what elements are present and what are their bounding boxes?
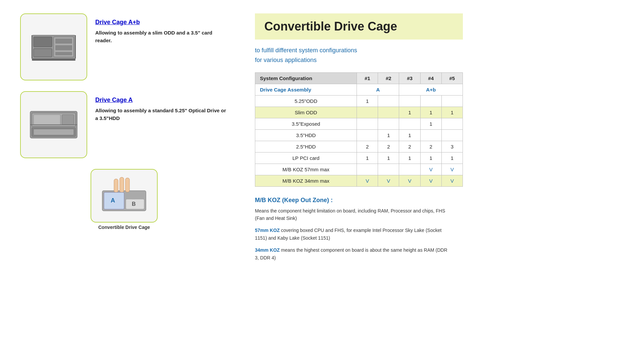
row-cell	[357, 107, 378, 118]
cage-apb-image	[29, 28, 79, 65]
svg-rect-2	[34, 49, 52, 57]
row-cell	[378, 118, 399, 129]
row-cell: 1	[420, 107, 441, 118]
row-cell	[441, 129, 463, 141]
row-cell	[378, 107, 399, 118]
svg-text:B: B	[132, 201, 136, 207]
row-cell	[357, 118, 378, 129]
assembly-apb: A+b	[399, 84, 463, 95]
col-4: #4	[420, 72, 441, 84]
table-header-row: System Configuration #1 #2 #3 #4 #5	[255, 72, 463, 84]
subtitle: to fulfill different system configuratio…	[255, 46, 624, 65]
product-desc-a: Allowing to assembly a standard 5.25" Op…	[95, 107, 228, 122]
table-row: Slim ODD111	[255, 107, 463, 118]
svg-text:A: A	[111, 197, 115, 204]
koz-57mm-text: covering boxed CPU and FHS, for example …	[255, 228, 441, 240]
product-item-a: Drive Cage A Allowing to assembly a stan…	[20, 91, 228, 158]
product-desc-apb: Allowing to assembly a slim ODD and a 3.…	[95, 29, 228, 44]
row-label: 3.5"Exposed	[255, 118, 357, 129]
col-1: #1	[357, 72, 378, 84]
row-cell: 2	[378, 141, 399, 152]
row-cell: 1	[399, 152, 420, 164]
row-cell: 1	[357, 152, 378, 164]
config-table: System Configuration #1 #2 #3 #4 #5 Driv…	[255, 72, 463, 187]
row-cell: 1	[399, 129, 420, 141]
koz-34mm-note: 34mm KOZ means the highest component on …	[255, 246, 449, 261]
svg-rect-6	[55, 52, 72, 55]
cage-a-image	[29, 106, 79, 143]
koz-34mm-label: 34mm KOZ	[255, 247, 280, 253]
row-cell: 1	[441, 107, 463, 118]
row-cell: 3	[441, 141, 463, 152]
svg-rect-5	[55, 45, 72, 50]
product-info-apb: Drive Cage A+b Allowing to assembly a sl…	[95, 13, 228, 44]
product-item-conv: A B A Convertible Drive Cage	[20, 169, 228, 230]
table-row: LP PCI card11111	[255, 152, 463, 164]
svg-rect-13	[34, 115, 60, 125]
page-title: Convertible Drive Cage	[264, 19, 453, 34]
product-info-a: Drive Cage A Allowing to assembly a stan…	[95, 91, 228, 122]
row-cell	[441, 118, 463, 129]
col-5: #5	[441, 72, 463, 84]
row-cell: V	[420, 175, 441, 186]
product-image-box-a	[20, 91, 87, 158]
col-system-config: System Configuration	[255, 72, 357, 84]
table-row: M/B KOZ 57mm maxVV	[255, 164, 463, 175]
row-cell: 2	[420, 141, 441, 152]
row-cell: 1	[420, 118, 441, 129]
svg-rect-7	[32, 59, 75, 61]
row-cell: V	[378, 175, 399, 186]
assembly-label: Drive Cage Assembly	[255, 84, 357, 95]
row-cell: 1	[441, 152, 463, 164]
svg-rect-14	[62, 115, 74, 125]
row-cell: V	[357, 175, 378, 186]
svg-rect-1	[34, 37, 52, 47]
product-image-box-conv: A B A	[91, 169, 158, 223]
row-cell: 2	[357, 141, 378, 152]
row-cell	[399, 118, 420, 129]
row-cell: V	[399, 175, 420, 186]
product-caption-conv: Convertible Drive Cage	[98, 225, 150, 230]
row-cell	[378, 95, 399, 107]
product-link-a[interactable]: Drive Cage A	[95, 97, 228, 104]
right-panel: Convertible Drive Cage to fulfill differ…	[228, 13, 624, 266]
row-cell: 1	[357, 95, 378, 107]
col-3: #3	[399, 72, 420, 84]
koz-title: M/B KOZ (Keep Out Zone) :	[255, 197, 624, 204]
table-row: 3.5"Exposed1	[255, 118, 463, 129]
row-cell	[399, 95, 420, 107]
koz-57mm-label: 57mm KOZ	[255, 228, 280, 233]
row-cell	[357, 129, 378, 141]
col-2: #2	[378, 72, 399, 84]
row-cell: 2	[399, 141, 420, 152]
product-link-apb[interactable]: Drive Cage A+b	[95, 19, 228, 26]
koz-34mm-text: means the highest component on board is …	[255, 247, 447, 260]
row-label: LP PCI card	[255, 152, 357, 164]
row-cell: 1	[378, 152, 399, 164]
row-cell: 1	[378, 129, 399, 141]
table-row: 2.5"HDD22223	[255, 141, 463, 152]
left-panel: Drive Cage A+b Allowing to assembly a sl…	[20, 13, 228, 230]
row-label: M/B KOZ 57mm max	[255, 164, 357, 175]
row-label: 3.5"HDD	[255, 129, 357, 141]
table-row: 5.25"ODD1	[255, 95, 463, 107]
row-label: 5.25"ODD	[255, 95, 357, 107]
subtitle-line1: to fulfill different system configuratio…	[255, 47, 357, 54]
title-box: Convertible Drive Cage	[255, 13, 463, 40]
svg-rect-24	[125, 178, 129, 192]
koz-57mm-note: 57mm KOZ covering boxed CPU and FHS, for…	[255, 227, 449, 242]
row-cell: V	[420, 164, 441, 175]
svg-rect-23	[120, 177, 124, 192]
row-cell	[420, 95, 441, 107]
assembly-row: Drive Cage Assembly A A+b	[255, 84, 463, 95]
table-row: 3.5"HDD11	[255, 129, 463, 141]
row-label: M/B KOZ 34mm max	[255, 175, 357, 186]
row-label: Slim ODD	[255, 107, 357, 118]
row-cell	[378, 164, 399, 175]
svg-rect-15	[34, 129, 74, 135]
row-cell	[420, 129, 441, 141]
cage-conv-image: A B A	[96, 174, 153, 218]
row-cell: 1	[399, 107, 420, 118]
product-image-box-apb	[20, 13, 87, 80]
svg-rect-4	[55, 39, 72, 44]
